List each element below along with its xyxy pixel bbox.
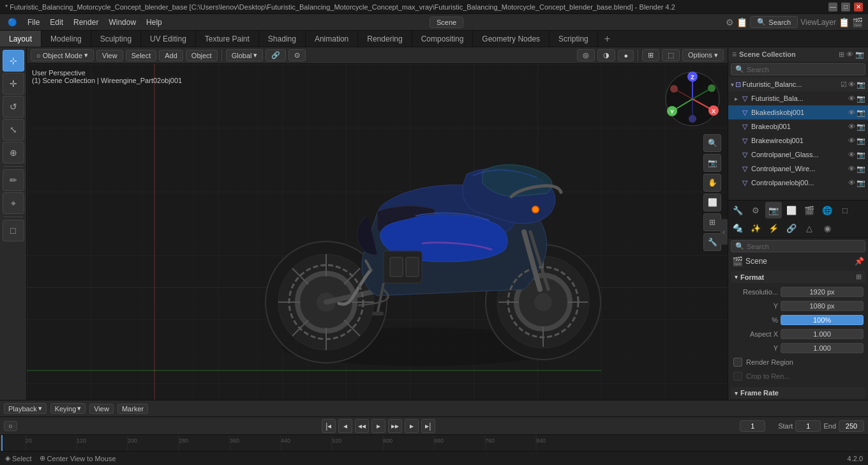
tab-compositing[interactable]: Compositing	[412, 31, 474, 47]
add-cube-button[interactable]: □	[3, 220, 24, 241]
percent-value[interactable]: 100%	[781, 315, 864, 325]
zoom-in-button[interactable]: 🔍	[703, 134, 721, 152]
prop-tab-output[interactable]: 📷	[765, 202, 782, 218]
step-back-button[interactable]: ◂	[338, 419, 352, 433]
tab-sculpting[interactable]: Sculpting	[91, 31, 141, 47]
transform-button[interactable]: Global ▾	[226, 49, 264, 61]
viewport-shading-3[interactable]: ●	[618, 50, 634, 61]
item-6-cam[interactable]: 📷	[857, 165, 865, 173]
item-2-vis[interactable]: 👁	[848, 109, 855, 116]
prop-tab-constraints[interactable]: 🔗	[783, 220, 800, 236]
item-5-vis[interactable]: 👁	[848, 151, 855, 158]
jump-end-button[interactable]: ▸|	[421, 419, 435, 433]
outliner-item-3[interactable]: ▽ Brakeobj001 👁 📷	[728, 119, 868, 133]
viewport-canvas[interactable]: User Perspective (1) Scene Collection | …	[27, 64, 728, 400]
render-region-checkbox[interactable]	[733, 358, 742, 367]
tab-texture-paint[interactable]: Texture Paint	[196, 31, 259, 47]
outliner-item-7[interactable]: ▽ Controlpanelobj00... 👁 📷	[728, 176, 868, 190]
rotate-tool-button[interactable]: ↺	[3, 96, 24, 118]
cursor-tool-button[interactable]: ⊹	[3, 50, 24, 72]
marker-button[interactable]: Marker	[117, 404, 148, 414]
header-icon-1[interactable]: ⚙	[726, 17, 734, 27]
options-button[interactable]: Options ▾	[682, 49, 724, 61]
item-render-cam[interactable]: 📷	[857, 80, 865, 89]
tab-uv-editing[interactable]: UV Editing	[141, 31, 196, 47]
menu-edit[interactable]: Edit	[45, 17, 68, 28]
step-forward-button[interactable]: ▸	[405, 419, 419, 433]
outliner-item-4[interactable]: ▽ Brakewireobj001 👁 📷	[728, 133, 868, 148]
outliner-vis-icon[interactable]: 👁	[846, 50, 853, 58]
item-4-cam[interactable]: 📷	[857, 137, 865, 145]
playback-button[interactable]: Playback ▾	[4, 403, 47, 414]
scene-collection-item[interactable]: ▾ ⊡ Futuristic_Balanc... ☑ 👁 📷	[728, 77, 868, 91]
annotate-tool-button[interactable]: ✏	[3, 169, 24, 191]
prop-tab-object[interactable]: □	[837, 202, 853, 218]
camera-view-button[interactable]: 📷	[703, 154, 721, 172]
outliner-item-1[interactable]: ▸ ▽ Futuristic_Bala... 👁 📷	[728, 91, 868, 105]
proportional-button[interactable]: ⊙	[288, 49, 306, 61]
close-button[interactable]: ✕	[854, 3, 863, 11]
end-frame-input[interactable]: 250	[839, 420, 864, 432]
overlay-button[interactable]: ⊞	[642, 49, 659, 61]
pan-button[interactable]: ✋	[703, 174, 721, 192]
scene-input[interactable]: Scene	[430, 17, 463, 28]
tab-rendering[interactable]: Rendering	[358, 31, 412, 47]
prop-tab-objectdata[interactable]: △	[801, 220, 818, 236]
item-vis-eye[interactable]: 👁	[848, 80, 855, 88]
tab-modeling[interactable]: Modeling	[41, 31, 91, 47]
prop-tab-material[interactable]: ◉	[819, 220, 835, 236]
tab-animation[interactable]: Animation	[306, 31, 358, 47]
outliner-render-icon[interactable]: 📷	[855, 50, 864, 59]
item-6-vis[interactable]: 👁	[848, 165, 855, 172]
maximize-button[interactable]: □	[841, 3, 850, 11]
format-menu-icon[interactable]: ⊞	[856, 273, 862, 281]
move-tool-button[interactable]: ✛	[3, 73, 24, 95]
tab-scripting[interactable]: Scripting	[550, 31, 598, 47]
add-menu-button[interactable]: Add	[159, 50, 183, 61]
start-frame-input[interactable]: 1	[795, 420, 821, 432]
tab-shading[interactable]: Shading	[259, 31, 306, 47]
menu-render[interactable]: Render	[68, 17, 103, 28]
item-3-cam[interactable]: 📷	[857, 123, 865, 131]
properties-search[interactable]: 🔍 Search	[731, 240, 865, 252]
resolution-x-value[interactable]: 1920 px	[781, 287, 864, 297]
item-1-vis[interactable]: 👁	[848, 95, 855, 102]
frame-rate-header[interactable]: ▾ Frame Rate	[731, 387, 865, 399]
prop-tab-render[interactable]: ⚙	[747, 202, 764, 218]
prop-tab-world[interactable]: 🌐	[819, 202, 835, 218]
scene-pin-icon[interactable]: 📌	[855, 257, 864, 266]
timeline-track[interactable]: 20 120 200 280 360 440 520 600 680 760 8…	[0, 435, 868, 451]
view-menu-button[interactable]: View	[96, 50, 123, 61]
keying-button[interactable]: Keying ▾	[50, 403, 86, 414]
timeline-mode-button[interactable]: ○	[4, 421, 17, 431]
transform-tool-button[interactable]: ⊕	[3, 142, 24, 164]
jump-start-button[interactable]: |◂	[322, 419, 336, 433]
play-reverse-button[interactable]: ◂◂	[355, 419, 369, 433]
prop-tab-modifier[interactable]: 🔩	[730, 220, 746, 236]
menu-window[interactable]: Window	[103, 17, 141, 28]
item-3-vis[interactable]: 👁	[848, 123, 855, 130]
tab-layout[interactable]: Layout	[0, 31, 41, 47]
prop-tab-scene[interactable]: 🎬	[801, 202, 818, 218]
crop-checkbox[interactable]	[733, 372, 742, 381]
measure-tool-button[interactable]: ⌖	[3, 192, 24, 214]
header-icon-2[interactable]: 📋	[737, 17, 747, 27]
search-header-button[interactable]: 🔍 + Search	[750, 16, 798, 28]
outliner-search-bar[interactable]: 🔍 Search	[731, 63, 865, 75]
collection-toggle[interactable]: ⬜	[703, 194, 721, 211]
aspect-y-value[interactable]: 1.000	[781, 343, 864, 353]
object-menu-button[interactable]: Object	[186, 50, 218, 61]
current-frame-input[interactable]: 1	[740, 420, 765, 432]
item-1-cam[interactable]: 📷	[857, 95, 865, 103]
render-icon[interactable]: 🎬	[852, 17, 863, 27]
item-2-cam[interactable]: 📷	[857, 109, 865, 117]
outliner-filter-icon[interactable]: ⊞	[839, 50, 844, 59]
item-4-vis[interactable]: 👁	[848, 137, 855, 144]
prop-tab-physics[interactable]: ⚡	[765, 220, 782, 236]
add-workspace-button[interactable]: +	[598, 31, 617, 47]
outliner-item-6[interactable]: ▽ Controlpanel_Wire... 👁 📷	[728, 162, 868, 176]
prop-tab-particles[interactable]: ✨	[747, 220, 764, 236]
viewlayer-label[interactable]: ViewLayer	[800, 18, 836, 27]
prop-tab-camera[interactable]: 🔧	[730, 202, 746, 218]
menu-blender[interactable]: 🔵	[3, 17, 22, 28]
